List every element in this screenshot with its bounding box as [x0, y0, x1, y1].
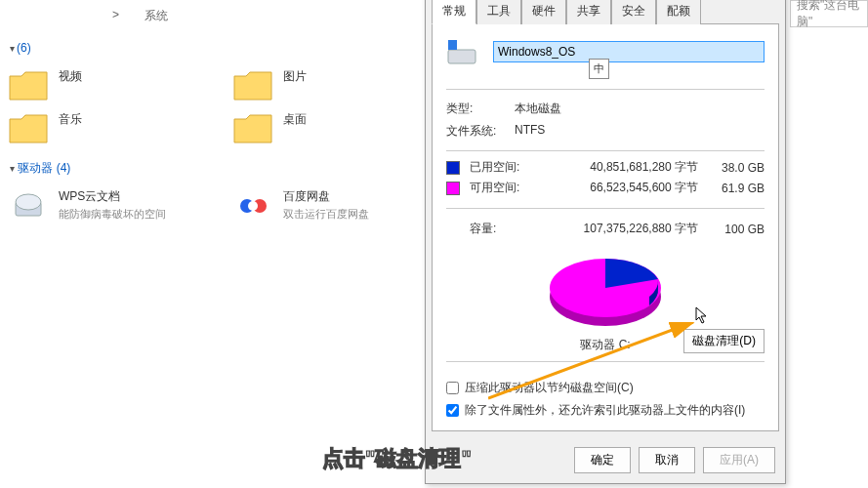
index-checkbox-input[interactable]: [446, 404, 459, 417]
free-gb: 61.9 GB: [708, 182, 765, 195]
drive-sublabel: 双击运行百度网盘: [283, 207, 369, 222]
folders-count: (6): [17, 41, 31, 55]
folder-item-music[interactable]: 音乐: [4, 107, 199, 150]
divider: [446, 89, 765, 90]
filesystem-value: NTFS: [515, 123, 545, 140]
tab-general[interactable]: 常规: [432, 0, 476, 24]
folder-label: 音乐: [59, 111, 82, 128]
drives-header-text: 驱动器 (4): [18, 161, 70, 175]
tab-tools[interactable]: 工具: [476, 0, 521, 24]
collapse-arrow-icon: ▾: [10, 163, 15, 174]
usage-table: 已用空间: 40,851,681,280 字节 38.0 GB 可用空间: 66…: [446, 159, 765, 237]
tab-sharing[interactable]: 共享: [566, 0, 611, 24]
index-checkbox[interactable]: 除了文件属性外，还允许索引此驱动器上文件的内容(I): [446, 402, 765, 419]
path-separator: >: [112, 8, 119, 21]
folder-item-video[interactable]: 视频: [4, 64, 199, 107]
collapse-arrow-icon: ▾: [10, 43, 15, 54]
capacity-bytes: 107,375,226,880 字节: [548, 221, 698, 237]
folder-item-pictures[interactable]: 图片: [228, 64, 424, 107]
dialog-tabs: 常规 工具 硬件 共享 安全 配额: [426, 0, 785, 23]
baidu-netdisk-icon: [232, 188, 273, 224]
compress-checkbox-input[interactable]: [446, 382, 459, 394]
disk-cleanup-button[interactable]: 磁盘清理(D): [683, 329, 765, 353]
folder-icon: [232, 111, 273, 146]
divider: [446, 150, 765, 151]
type-value: 本地磁盘: [515, 101, 561, 117]
folder-icon: [8, 68, 49, 103]
drive-label: 百度网盘: [283, 188, 369, 205]
search-placeholder: 搜索"这台电脑": [797, 0, 861, 30]
capacity-gb: 100 GB: [708, 223, 765, 236]
capacity-label: 容量:: [470, 221, 538, 237]
folder-item-desktop[interactable]: 桌面: [228, 107, 424, 150]
index-checkbox-label: 除了文件属性外，还允许索引此驱动器上文件的内容(I): [465, 402, 745, 419]
svg-rect-8: [448, 40, 457, 50]
drive-item-baidu[interactable]: 百度网盘 双击运行百度网盘: [228, 184, 424, 227]
toolbar-system-text: 系统: [145, 8, 168, 24]
folder-label: 图片: [283, 68, 307, 85]
ok-button[interactable]: 确定: [574, 447, 631, 473]
drive-name-input[interactable]: [493, 41, 765, 62]
divider: [446, 208, 765, 209]
used-gb: 38.0 GB: [708, 161, 765, 175]
divider: [446, 361, 765, 362]
hard-drive-icon: [446, 36, 477, 67]
dialog-button-row: 确定 取消 应用(A): [426, 437, 785, 483]
cloud-drive-icon: [8, 188, 49, 224]
tab-hardware[interactable]: 硬件: [521, 0, 566, 24]
tab-general-panel: 类型:本地磁盘 文件系统:NTFS 已用空间: 40,851,681,280 字…: [432, 23, 779, 431]
compress-checkbox[interactable]: 压缩此驱动器以节约磁盘空间(C): [446, 380, 765, 396]
svg-rect-7: [448, 50, 475, 63]
compress-checkbox-label: 压缩此驱动器以节约磁盘空间(C): [465, 380, 634, 396]
used-swatch-icon: [446, 161, 460, 175]
drive-label: WPS云文档: [59, 188, 166, 205]
apply-button[interactable]: 应用(A): [703, 447, 775, 473]
free-bytes: 66,523,545,600 字节: [548, 180, 698, 196]
filesystem-label: 文件系统:: [446, 123, 501, 140]
tab-quota[interactable]: 配额: [656, 0, 701, 24]
drive-sublabel: 能防御病毒破坏的空间: [59, 207, 166, 222]
used-label: 已用空间:: [470, 159, 538, 176]
search-input[interactable]: 搜索"这台电脑": [790, 0, 868, 27]
svg-point-1: [16, 194, 41, 210]
cancel-button[interactable]: 取消: [639, 447, 695, 473]
usage-pie-chart: 驱动器 C: 磁盘清理(D): [446, 237, 765, 353]
svg-point-4: [248, 201, 258, 211]
pie-caption: 驱动器 C:: [580, 337, 630, 353]
folder-label: 视频: [59, 68, 82, 85]
free-swatch-icon: [446, 182, 460, 195]
type-label: 类型:: [446, 101, 501, 117]
tab-security[interactable]: 安全: [611, 0, 656, 24]
folder-icon: [8, 111, 49, 146]
drive-item-wps[interactable]: WPS云文档 能防御病毒破坏的空间: [4, 184, 199, 227]
folder-label: 桌面: [283, 111, 307, 128]
ime-indicator: 中: [589, 59, 609, 79]
used-bytes: 40,851,681,280 字节: [548, 159, 698, 176]
free-label: 可用空间:: [470, 180, 538, 196]
folder-icon: [232, 68, 273, 103]
